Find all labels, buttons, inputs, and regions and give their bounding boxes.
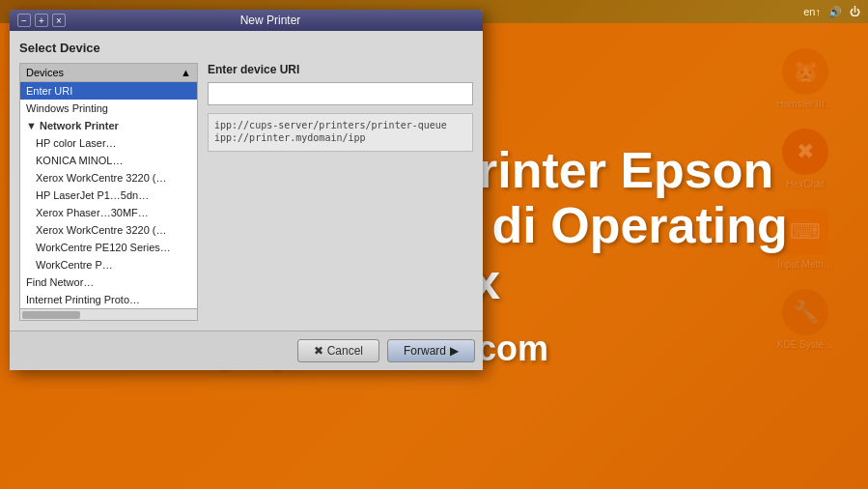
devices-scroll-arrow: ▲ [181,67,191,78]
list-item[interactable]: Windows Printing [20,100,197,117]
list-item[interactable]: KONICA MINOL… [20,152,197,169]
device-list-scrollbar[interactable] [20,308,197,320]
uri-panel: Enter device URI ipp://cups-server/print… [208,63,473,321]
cancel-label: Cancel [327,344,363,358]
uri-input[interactable] [208,82,473,105]
forward-label: Forward [404,344,446,358]
list-item[interactable]: Xerox Phaser…30MF… [20,204,197,221]
device-panel-header: Devices ▲ [20,64,197,82]
desktop: en↑ 🔊 ⏻ 🐹 Hamster In… ✖ HexChat ⌨ Input … [0,0,868,489]
device-panel: Devices ▲ Enter URI Windows Printing ▼ N… [19,63,198,321]
dialog-content: Devices ▲ Enter URI Windows Printing ▼ N… [19,63,473,321]
taskbar-volume-icon: 🔊 [828,6,842,18]
list-item[interactable]: Enter URI [20,82,197,100]
scrollbar-thumb [22,311,80,319]
list-item[interactable]: WorkCentre P… [20,256,197,273]
dialog-body: Select Device Devices ▲ Enter URI Window… [10,31,483,331]
list-item[interactable]: Internet Printing Proto… [20,291,197,308]
taskbar-lang: en↑ [803,6,821,17]
list-item[interactable]: WorkCentre PE120 Series… [20,239,197,256]
dialog-close-button[interactable]: × [52,14,66,27]
list-item[interactable]: ▼ Network Printer [20,117,197,134]
dialog-maximize-button[interactable]: + [35,14,48,27]
list-item[interactable]: Xerox WorkCentre 3220 (… [20,221,197,239]
new-printer-dialog: − + × New Printer Select Device Devices … [10,10,483,370]
dialog-section-title: Select Device [19,41,473,55]
cancel-button[interactable]: ✖ Cancel [297,339,379,362]
dialog-title: New Printer [66,14,475,27]
dialog-window-controls: − + × [17,14,66,27]
list-item[interactable]: Find Networ… [20,273,197,291]
uri-examples: ipp://cups-server/printers/printer-queue… [208,113,473,152]
dialog-titlebar: − + × New Printer [10,10,483,31]
uri-example-2: ipp://printer.mydomain/ipp [214,132,466,143]
dialog-minimize-button[interactable]: − [17,14,31,27]
cancel-icon: ✖ [314,344,323,358]
device-list: Enter URI Windows Printing ▼ Network Pri… [20,82,197,308]
list-item[interactable]: HP LaserJet P1…5dn… [20,187,197,204]
list-item[interactable]: HP color Laser… [20,134,197,152]
list-item[interactable]: Xerox WorkCentre 3220 (… [20,169,197,187]
taskbar-power-icon: ⏻ [850,6,860,17]
uri-label: Enter device URI [208,63,473,76]
forward-icon: ▶ [450,344,459,358]
forward-button[interactable]: Forward ▶ [387,339,475,362]
uri-example-1: ipp://cups-server/printers/printer-queue [214,120,466,130]
dialog-footer: ✖ Cancel Forward ▶ [10,331,483,370]
devices-label: Devices [26,67,64,78]
